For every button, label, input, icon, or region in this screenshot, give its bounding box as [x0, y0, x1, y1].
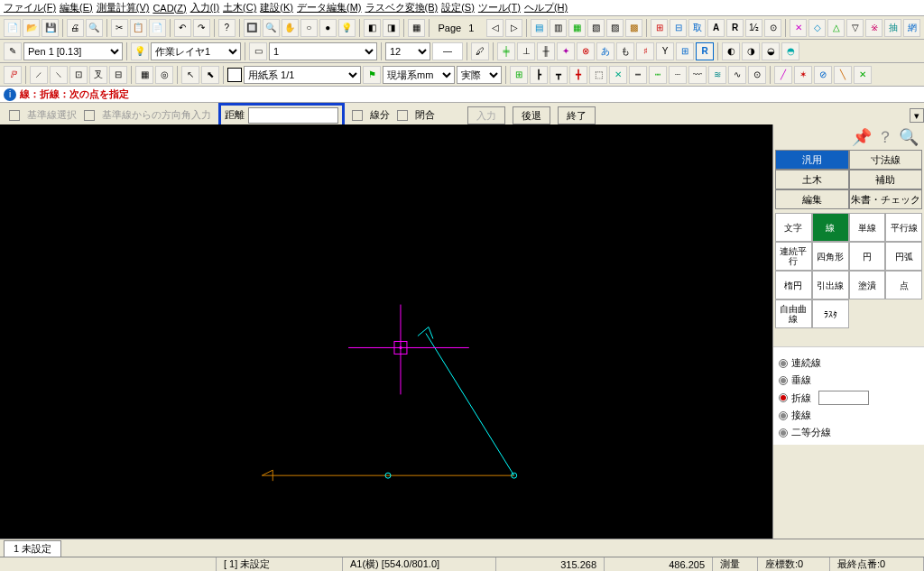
m-3-icon[interactable]: ⊡ [69, 66, 88, 84]
polyline-option-select[interactable] [818, 391, 869, 405]
tool-parallel[interactable]: 平行線 [885, 213, 922, 242]
tool-ellipse[interactable]: 楕円 [775, 271, 812, 299]
text-tool-c-icon[interactable]: 取 [688, 19, 706, 37]
dr-7-icon[interactable]: ┅ [629, 66, 647, 84]
tool-a-icon[interactable]: ◧ [364, 19, 381, 37]
misc-7-icon[interactable]: 網 [903, 19, 920, 37]
drawing-canvas[interactable] [0, 124, 772, 539]
distance-input[interactable] [248, 107, 338, 124]
zoom-out-icon[interactable]: ○ [300, 19, 318, 37]
sn-10-icon[interactable]: ⊞ [676, 42, 694, 60]
misc-1-icon[interactable]: ✕ [790, 19, 807, 37]
dr-10-icon[interactable]: 〰 [688, 66, 707, 84]
text-tool-a-icon[interactable]: ⊞ [651, 19, 668, 37]
cat-dim[interactable]: 寸法線 [849, 150, 923, 170]
tool-x5-icon[interactable]: ▨ [606, 19, 624, 37]
dr-4-icon[interactable]: ╋ [569, 66, 587, 84]
m-2-icon[interactable]: ⟍ [50, 66, 68, 84]
sn-7-icon[interactable]: も [616, 42, 634, 60]
dr-1-icon[interactable]: ⊞ [510, 66, 528, 84]
tool-x3-icon[interactable]: ▦ [568, 19, 586, 37]
new-icon[interactable]: 📄 [4, 19, 21, 37]
tool-x2-icon[interactable]: ▥ [550, 19, 567, 37]
help-icon[interactable]: ？ [877, 126, 893, 148]
paper-select[interactable]: 用紙系 1/1 [244, 66, 361, 84]
menu-const[interactable]: 建設(K) [260, 1, 293, 14]
dr-9-icon[interactable]: ┈ [669, 66, 687, 84]
mode-select[interactable]: 実際 [457, 66, 502, 84]
color-chip[interactable] [227, 68, 242, 82]
paste-icon[interactable]: 📄 [149, 19, 166, 37]
input-button[interactable]: 入力 [467, 106, 505, 124]
radio-polyline[interactable] [779, 393, 788, 402]
sn-4-icon[interactable]: ✦ [557, 42, 575, 60]
m-grid-icon[interactable]: ▦ [135, 66, 153, 84]
redo-icon[interactable]: ↷ [193, 19, 210, 37]
page-next-icon[interactable]: ▷ [505, 19, 522, 37]
dr-6-icon[interactable]: ✕ [609, 66, 627, 84]
tool-arc[interactable]: 円弧 [885, 242, 922, 271]
sn-6-icon[interactable]: あ [596, 42, 614, 60]
pen-select[interactable]: Pen 1 [0.13] [23, 42, 123, 60]
copy-icon[interactable]: 📋 [130, 19, 147, 37]
layer-select[interactable]: 作業レイヤ1 [151, 42, 241, 60]
sn-9-icon[interactable]: Y [656, 42, 674, 60]
menu-survey[interactable]: 測量計算(V) [97, 1, 150, 14]
radio-tangent[interactable] [779, 411, 788, 420]
search-icon[interactable]: 🔍 [899, 127, 919, 147]
back-button[interactable]: 後退 [513, 106, 550, 124]
sn-2-icon[interactable]: ⊥ [517, 42, 535, 60]
menu-tools[interactable]: ツール(T) [478, 1, 521, 14]
tool-circle[interactable]: 円 [849, 242, 886, 271]
linetype-select[interactable]: 1 [269, 42, 377, 60]
tool-leader[interactable]: 引出線 [812, 271, 849, 299]
print-icon[interactable]: 🖨 [67, 19, 84, 37]
menu-civil[interactable]: 土木(C) [223, 1, 256, 14]
text-R-icon[interactable]: R [726, 19, 744, 37]
p-icon[interactable]: ℙ [4, 66, 22, 84]
base-dir-checkbox[interactable] [84, 110, 95, 121]
help-pointer-icon[interactable]: ? [218, 19, 236, 37]
close-checkbox[interactable] [397, 110, 408, 121]
m-5-icon[interactable]: ⊟ [109, 66, 127, 84]
text-o-icon[interactable]: ⊙ [764, 19, 781, 37]
menu-data[interactable]: データ編集(M) [297, 1, 362, 14]
rx-1-icon[interactable]: ◐ [722, 42, 740, 60]
pan-icon[interactable]: ✋ [282, 19, 299, 37]
ed-2-icon[interactable]: ✶ [794, 66, 812, 84]
misc-2-icon[interactable]: ◇ [808, 19, 826, 37]
pin-icon[interactable]: 📌 [852, 127, 872, 147]
tool-line[interactable]: 線 [812, 213, 849, 242]
corner-dropdown-icon[interactable]: ▾ [910, 108, 924, 123]
pen-color-icon[interactable]: ✎ [4, 42, 22, 60]
text-tool-b-icon[interactable]: ⊟ [670, 19, 687, 37]
pointer2-icon[interactable]: ⬉ [201, 66, 219, 84]
tool-spline[interactable]: 自由曲線 [775, 299, 812, 328]
zoom-window-icon[interactable]: 🔲 [244, 19, 261, 37]
ed-4-icon[interactable]: ╲ [834, 66, 852, 84]
cat-red[interactable]: 朱書・チェック [849, 189, 923, 209]
menu-help[interactable]: ヘルプ(H) [524, 1, 568, 14]
misc-4-icon[interactable]: ▽ [846, 19, 864, 37]
dr-2-icon[interactable]: ┣ [530, 66, 548, 84]
segment-checkbox[interactable] [352, 110, 363, 121]
ed-1-icon[interactable]: ╱ [774, 66, 792, 84]
m-1-icon[interactable]: ⟋ [30, 66, 48, 84]
sn-8-icon[interactable]: ♯ [636, 42, 654, 60]
menu-settings[interactable]: 設定(S) [441, 1, 475, 14]
radio-perp[interactable] [779, 376, 788, 385]
cat-civil[interactable]: 土木 [775, 170, 849, 189]
rx-3-icon[interactable]: ◒ [762, 42, 780, 60]
dr-13-icon[interactable]: ⊙ [748, 66, 766, 84]
zoom-fit-icon[interactable]: 🔍 [263, 19, 280, 37]
dr-3-icon[interactable]: ┳ [550, 66, 568, 84]
misc-3-icon[interactable]: △ [827, 19, 845, 37]
text-1-icon[interactable]: 1⁄₂ [745, 19, 762, 37]
cat-aux[interactable]: 補助 [849, 170, 923, 189]
tool-rect[interactable]: 四角形 [812, 242, 849, 271]
tool-single[interactable]: 単線 [849, 213, 886, 242]
bulb-icon[interactable]: 💡 [338, 19, 356, 37]
base-sel-checkbox[interactable] [9, 110, 20, 121]
misc-5-icon[interactable]: ※ [865, 19, 882, 37]
ed-3-icon[interactable]: ⊘ [814, 66, 832, 84]
